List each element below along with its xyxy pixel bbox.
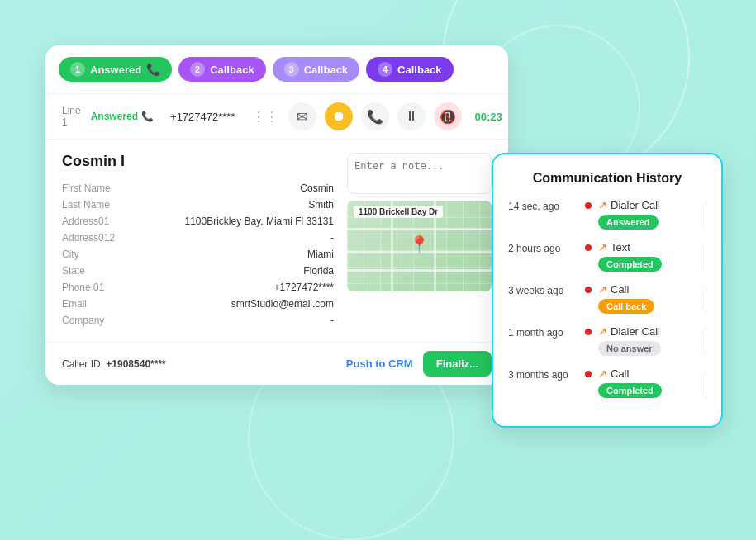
map-image: 1100 Brickell Bay Dr 📍 [347, 201, 492, 291]
tab-callback3[interactable]: 4 Callback [366, 57, 453, 82]
history-item-type: ↗ Dialer Call [598, 199, 699, 211]
field-label: Last Name [62, 197, 136, 213]
tab-callback3-badge: 4 [378, 62, 392, 77]
contact-field-row: Email smrtStudio@email.com [62, 296, 334, 312]
history-divider [706, 371, 706, 398]
tab-callback2-label: Callback [304, 64, 348, 76]
history-item: 2 hours ago ↗ Text Completed [508, 241, 706, 272]
tab-answered-badge: 1 [70, 62, 85, 77]
history-item-content: ↗ Dialer Call No answer [598, 325, 699, 356]
history-item-time: 3 weeks ago [508, 283, 578, 296]
history-item-badge: Answered [598, 215, 659, 230]
call-status: Answered 📞 [91, 111, 154, 122]
field-label: First Name [62, 180, 136, 197]
contact-field-row: Address01 1100Brickley Bay, Miami Fl 331… [62, 213, 334, 230]
field-value: Smith [136, 197, 334, 213]
field-value: - [136, 312, 334, 329]
history-panel: Communication History 14 sec. ago ↗ Dial… [492, 153, 723, 428]
tab-callback3-label: Callback [397, 64, 441, 76]
history-item-type: ↗ Dialer Call [598, 325, 699, 338]
call-status-text: Answered [91, 111, 138, 122]
contact-field-row: Address012 - [62, 230, 334, 246]
field-value: +1727472**** [136, 279, 334, 296]
history-divider [706, 202, 706, 230]
history-item-time: 1 month ago [508, 325, 578, 339]
history-item-badge: Completed [598, 257, 662, 272]
history-divider [706, 244, 706, 272]
history-type-label: Dialer Call [611, 325, 660, 338]
contact-info: Cosmin I First Name Cosmin Last Name Smi… [62, 153, 334, 329]
history-item-time: 14 sec. ago [508, 199, 578, 212]
map-label: 1100 Brickell Bay Dr [354, 206, 443, 218]
field-label: Address01 [62, 213, 136, 230]
map-road-h3 [347, 269, 492, 272]
call-status-icon: 📞 [141, 111, 154, 122]
main-card: 1 Answered 📞 2 Callback 3 Callback 4 Cal… [45, 45, 508, 385]
map-road-h1 [347, 228, 492, 230]
tab-callback2[interactable]: 3 Callback [273, 57, 359, 82]
history-item-content: ↗ Text Completed [598, 241, 699, 272]
line-label: Line 1 [62, 105, 81, 128]
field-label: Email [62, 296, 136, 312]
history-item-type: ↗ Text [598, 241, 699, 253]
history-item-time: 3 months ago [508, 367, 578, 381]
history-item-badge: Call back [598, 299, 654, 314]
field-value: 1100Brickley Bay, Miami Fl 33131 [136, 213, 334, 230]
history-item-badge: Completed [598, 383, 662, 398]
contact-right-panel: 1100 Brickell Bay Dr 📍 [347, 153, 492, 329]
arrow-icon: ↗ [598, 367, 607, 380]
arrow-icon: ↗ [598, 241, 607, 253]
history-title: Communication History [508, 171, 706, 186]
field-label: Phone 01 [62, 279, 136, 296]
contact-field-row: First Name Cosmin [62, 180, 334, 197]
history-items-list: 14 sec. ago ↗ Dialer Call Answered 2 hou… [508, 199, 706, 398]
voicemail-button[interactable]: ⏺ [325, 102, 353, 130]
pause-button[interactable]: ⏸ [397, 102, 426, 130]
call-timer: 00:23 [475, 111, 502, 123]
field-value: Florida [136, 263, 334, 279]
history-divider [706, 329, 706, 356]
caller-id-prefix: Caller ID: [62, 358, 106, 370]
tab-answered[interactable]: 1 Answered 📞 [59, 57, 172, 82]
contact-fields-table: First Name Cosmin Last Name Smith Addres… [62, 180, 334, 329]
history-item-content: ↗ Call Completed [598, 367, 699, 398]
call-button[interactable]: 📞 [361, 102, 389, 130]
field-value: smrtStudio@email.com [136, 296, 334, 312]
push-crm-button[interactable]: Push to CRM [346, 358, 413, 370]
tab-callback1-badge: 2 [190, 62, 205, 77]
phone-icon: 📞 [146, 63, 160, 76]
email-button[interactable]: ✉ [288, 102, 316, 130]
history-divider [706, 287, 706, 314]
tab-callback2-badge: 3 [284, 62, 299, 77]
caller-id-label: Caller ID: +1908540**** [62, 358, 166, 370]
finalize-button[interactable]: Finaliz... [423, 351, 492, 377]
history-item-content: ↗ Dialer Call Answered [598, 199, 699, 230]
call-phone-number: +1727472**** [170, 111, 235, 123]
end-call-button[interactable]: 📵 [434, 102, 462, 130]
history-item: 14 sec. ago ↗ Dialer Call Answered [508, 199, 706, 230]
tab-callback1-label: Callback [210, 64, 254, 76]
field-value: - [136, 230, 334, 246]
arrow-icon: ↗ [598, 199, 607, 211]
tab-callback1[interactable]: 2 Callback [178, 57, 265, 82]
note-input[interactable] [347, 153, 492, 194]
history-dot-icon [585, 244, 592, 251]
contact-field-row: Company - [62, 312, 334, 329]
tab-answered-label: Answered [90, 64, 141, 76]
history-item-type: ↗ Call [598, 367, 699, 380]
history-item-content: ↗ Call Call back [598, 283, 699, 314]
map-container: 1100 Brickell Bay Dr 📍 [347, 201, 492, 291]
contact-field-row: City Miami [62, 246, 334, 263]
history-type-label: Dialer Call [611, 199, 660, 211]
history-dot-icon [585, 287, 592, 293]
history-item-type: ↗ Call [598, 283, 699, 296]
contact-field-row: State Florida [62, 263, 334, 279]
history-item-badge: No answer [598, 341, 661, 356]
history-dot-icon [585, 371, 592, 377]
contact-field-row: Last Name Smith [62, 197, 334, 213]
arrow-icon: ↗ [598, 283, 607, 296]
field-value: Cosmin [136, 180, 334, 197]
call-bar-dots: ⋮⋮ [252, 109, 278, 125]
call-bar: Line 1 Answered 📞 +1727472**** ⋮⋮ ✉ ⏺ 📞 … [45, 94, 508, 140]
contact-section: Cosmin I First Name Cosmin Last Name Smi… [45, 140, 508, 342]
